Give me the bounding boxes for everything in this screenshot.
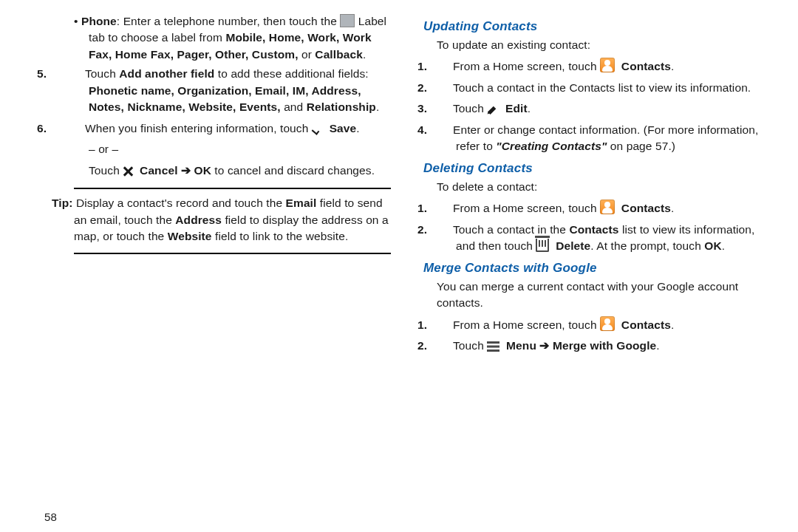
check-icon <box>312 123 323 134</box>
phone-bullet: • Phone: Enter a telephone number, then … <box>44 13 391 63</box>
merge-lead: You can merge a current contact with you… <box>423 279 770 312</box>
tip-divider-bottom <box>74 253 391 254</box>
heading-updating: Updating Contacts <box>423 19 770 34</box>
update-lead: To update an existing contact: <box>423 37 770 53</box>
page-number: 58 <box>44 511 57 523</box>
merge-step-2: 2.Touch Menu ➔ Merge with Google. <box>423 338 770 354</box>
step-6: 6.When you finish entering information, … <box>44 120 391 137</box>
update-step-3: 3.Touch Edit. <box>423 100 770 117</box>
update-step-2: 2.Touch a contact in the Contacts list t… <box>423 80 770 96</box>
step-5: 5.Touch Add another field to add these a… <box>44 66 391 115</box>
label-tab-icon <box>340 14 355 27</box>
or-line: – or – <box>44 141 391 157</box>
contacts-icon <box>600 200 615 214</box>
tip-text: Tip: Display a contact's record and touc… <box>44 195 391 245</box>
right-column: Updating Contacts To update an existing … <box>420 13 770 532</box>
merge-step-1: 1.From a Home screen, touch Contacts. <box>423 316 770 333</box>
update-step-1: 1.From a Home screen, touch Contacts. <box>423 58 770 75</box>
x-icon <box>123 166 133 177</box>
menu-icon <box>487 341 499 352</box>
edit-icon <box>487 103 499 115</box>
heading-merge: Merge Contacts with Google <box>423 261 770 276</box>
step-6-alt: Touch Cancel ➔ OK to cancel and discard … <box>44 163 391 179</box>
delete-step-1: 1.From a Home screen, touch Contacts. <box>423 200 770 216</box>
left-column: • Phone: Enter a telephone number, then … <box>44 13 391 532</box>
heading-deleting: Deleting Contacts <box>423 161 770 176</box>
tip-divider-top <box>74 188 391 189</box>
delete-lead: To delete a contact: <box>423 179 770 195</box>
contacts-icon <box>600 316 615 331</box>
trash-icon <box>536 239 549 252</box>
contacts-icon <box>600 58 615 72</box>
delete-step-2: 2.Touch a contact in the Contacts list t… <box>423 222 770 255</box>
update-step-4: 4.Enter or change contact information. (… <box>423 122 770 155</box>
